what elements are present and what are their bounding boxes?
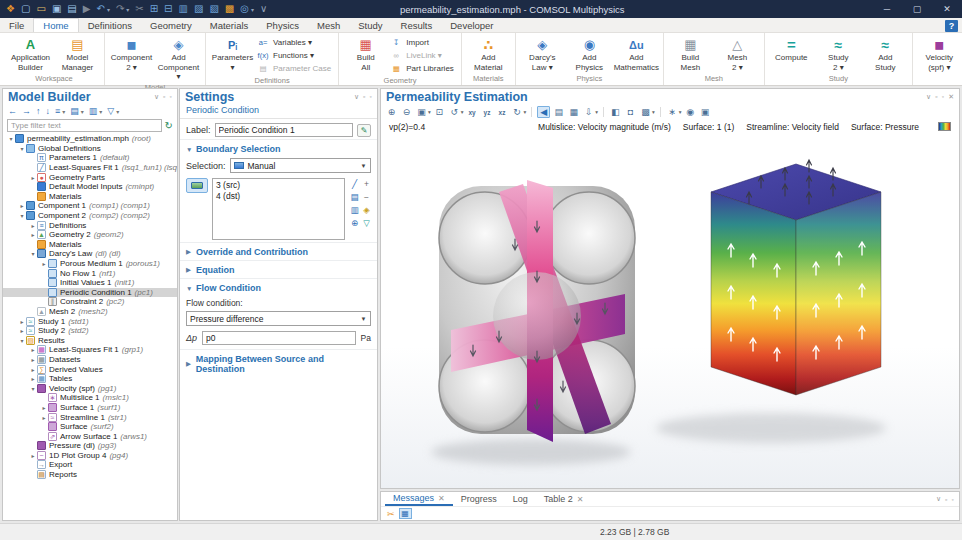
cut-icon[interactable]: ✂ (135, 4, 143, 14)
tree-node[interactable]: Periodic Condition 1(pc1) (3, 288, 177, 298)
tree-node[interactable]: ∗Multislice 1(mslc1) (3, 393, 177, 403)
zoom-in-icon[interactable]: ⊕ (385, 106, 398, 118)
expand-closed-icon[interactable]: ▸ (40, 414, 48, 421)
show-options-icon[interactable]: ≡ (55, 106, 60, 116)
view-xz-icon[interactable]: xz (496, 106, 509, 118)
tree-node[interactable]: ▸●Geometry Parts (3, 172, 177, 182)
add-mathematics-button[interactable]: ΔuAdd Mathematics (613, 34, 660, 72)
close-button[interactable]: ✕ (932, 0, 962, 18)
tree-node[interactable]: Initial Values 1(init1) (3, 278, 177, 288)
maximize-button[interactable]: ▢ (902, 0, 932, 18)
zoom-to-selection-icon[interactable]: ⊕ (349, 217, 360, 229)
select-mode-icon[interactable]: ◀ (537, 106, 550, 118)
tree-node[interactable]: Materials (3, 240, 177, 250)
plot-canvas[interactable] (381, 134, 959, 488)
tree-node[interactable]: No Flow 1(nf1) (3, 268, 177, 278)
tree-node[interactable]: ▸▦Tables (3, 374, 177, 384)
graphics-options-icon[interactable]: ▩ (639, 106, 652, 118)
forward-icon[interactable]: → (22, 106, 31, 116)
create-selection-icon[interactable]: ╱ (349, 178, 360, 190)
close-icon[interactable]: ✕ (438, 494, 445, 503)
add-material-button[interactable]: ∴Add Material (465, 34, 512, 72)
compute-button[interactable]: =Compute (768, 34, 815, 63)
undo-icon[interactable]: ↶ (96, 4, 104, 14)
view-yz-icon[interactable]: yz (481, 106, 494, 118)
mesh-2-button[interactable]: △Mesh 2 ▾ (714, 34, 761, 72)
expand-closed-icon[interactable]: ▸ (40, 260, 48, 267)
duplicate-icon[interactable]: ⊟ (164, 4, 172, 14)
part-libraries-button[interactable]: ▦Part Libraries (389, 62, 458, 75)
tree-node[interactable]: Pressure (dl)(pg3) (3, 441, 177, 451)
move-up-icon[interactable]: ↑ (36, 106, 41, 116)
expand-closed-icon[interactable]: ▸ (18, 327, 26, 334)
expand-closed-icon[interactable]: ▸ (29, 356, 37, 363)
expand-closed-icon[interactable]: ▸ (29, 375, 37, 382)
add-study-button[interactable]: ≈Add Study (862, 34, 909, 72)
settings-window-button[interactable]: ∨ (354, 93, 359, 101)
graphics-window-button[interactable]: ◦ (942, 93, 944, 101)
tree-node[interactable]: ⇗Arrow Surface 1(arws1) (3, 431, 177, 441)
expand-open-icon[interactable]: ▾ (18, 337, 26, 344)
messages-window-button[interactable]: ◦ (952, 496, 954, 503)
redo-icon[interactable]: ↷ (116, 4, 124, 14)
color-legend-button[interactable] (938, 122, 951, 131)
expand-closed-icon[interactable]: ▸ (29, 174, 37, 181)
darcys-law-button[interactable]: ◈Darcy's Law ▾ (519, 34, 566, 72)
table-options-icon[interactable]: ▦ (399, 508, 412, 519)
view-xy-icon[interactable]: xy (466, 106, 479, 118)
overflow-icon[interactable]: ∨ (260, 4, 267, 14)
component-2-button[interactable]: ◼Component 2 ▾ (108, 34, 155, 72)
settings-window-button[interactable]: ▫ (363, 93, 365, 101)
run-icon[interactable]: ▶ (83, 4, 91, 14)
new-file-icon[interactable]: ▢ (21, 4, 30, 14)
lock-camera-icon[interactable]: ◘ (624, 106, 637, 118)
application-builder-button[interactable]: AApplication Builder (7, 34, 54, 72)
expand-closed-icon[interactable]: ▸ (29, 452, 37, 459)
show-material-color-icon[interactable]: ▤ (552, 106, 565, 118)
clear-messages-icon[interactable]: ✂ (387, 509, 395, 519)
tab-log[interactable]: Log (505, 492, 536, 506)
tab-messages[interactable]: Messages✕ (385, 492, 453, 506)
study-2-button[interactable]: ≈Study 2 ▾ (815, 34, 862, 72)
variables-button[interactable]: a=Variables ▾ (256, 36, 335, 49)
tab-physics[interactable]: Physics (257, 18, 308, 32)
graphics-window-button[interactable]: ▫ (935, 93, 937, 101)
snapshot-icon[interactable]: ◉ (684, 106, 697, 118)
go-to-default-view-icon[interactable]: ↺ (448, 106, 461, 118)
tree-node[interactable]: ∥Constraint 2(pc2) (3, 297, 177, 307)
tab-mesh[interactable]: Mesh (308, 18, 349, 32)
tree-node[interactable]: ▸Surface 1(surf1) (3, 403, 177, 413)
model-manager-button[interactable]: ▤Model Manager (54, 34, 101, 72)
functions-button[interactable]: f(x)Functions ▾ (256, 49, 335, 62)
refresh-icon[interactable]: ↻ (165, 120, 173, 131)
expand-open-icon[interactable]: ▾ (29, 385, 37, 392)
tab-materials[interactable]: Materials (201, 18, 258, 32)
expand-open-icon[interactable]: ▾ (7, 135, 15, 142)
expand-closed-icon[interactable]: ▸ (18, 202, 26, 209)
model-builder-window-button[interactable]: ◦ (170, 93, 172, 101)
velocity-spf-button[interactable]: ◼Velocity (spf) ▾ (916, 34, 962, 72)
tree-node[interactable]: ▾Velocity (spf)(pg1) (3, 383, 177, 393)
model-tree-filter-icon[interactable]: ▽ (107, 106, 114, 116)
tree-node[interactable]: ▸Porous Medium 1(porous1) (3, 259, 177, 269)
tree-node[interactable]: ▲Mesh 2(mesh2) (3, 307, 177, 317)
messages-window-button[interactable]: ▫ (945, 496, 947, 503)
help-button[interactable]: ? (945, 20, 958, 32)
import-button[interactable]: ↧Import (389, 36, 458, 49)
tree-node[interactable]: ▾▧Results (3, 335, 177, 345)
section-flow-condition[interactable]: ▼ Flow Condition (180, 278, 377, 296)
graphics-window-button[interactable]: ∨ (926, 93, 931, 101)
swap-src-dst-icon[interactable]: ◈ (361, 204, 372, 216)
rotate-view-icon[interactable]: ↻ (511, 106, 524, 118)
tree-node[interactable]: ╱Least-Squares Fit 1(lsq1_fun1) (lsq1) (3, 163, 177, 173)
tree-node[interactable]: πParameters 1(default) (3, 153, 177, 163)
tree-node[interactable]: ▾permeability_estimation.mph(root) (3, 134, 177, 144)
expand-closed-icon[interactable]: ▸ (29, 366, 37, 373)
tab-progress[interactable]: Progress (453, 492, 505, 506)
paste-selection-icon[interactable]: ▥ (349, 204, 360, 216)
section-boundary-selection[interactable]: ▼ Boundary Selection (180, 139, 377, 157)
add-component-button[interactable]: ◈Add Component ▾ (155, 34, 202, 82)
expand-closed-icon[interactable]: ▸ (40, 404, 48, 411)
settings-window-button[interactable]: ◦ (370, 93, 372, 101)
zoom-box-icon[interactable]: ▣ (415, 106, 428, 118)
